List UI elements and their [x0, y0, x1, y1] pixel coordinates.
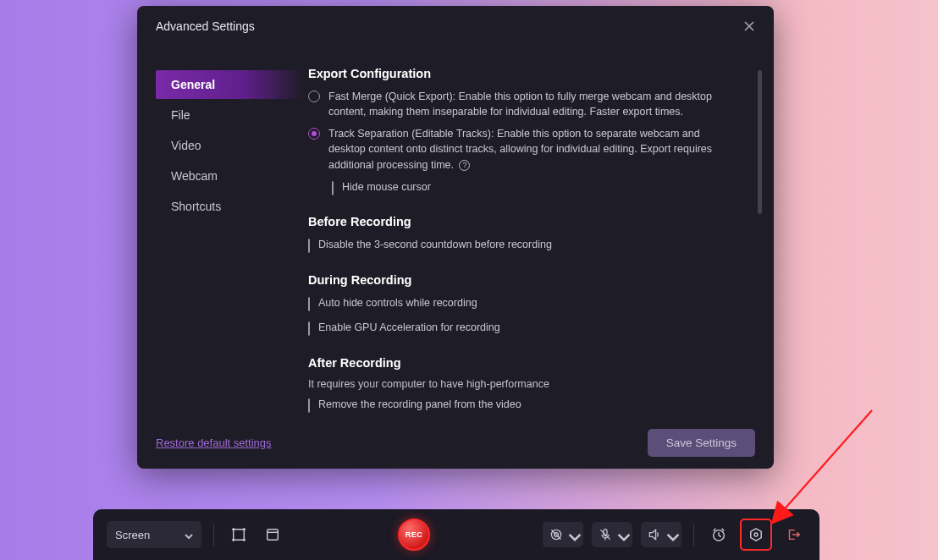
- sidebar-item-label: Shortcuts: [171, 200, 221, 213]
- screen-source-select[interactable]: Screen: [107, 521, 201, 548]
- crop-icon: [231, 527, 246, 542]
- checkbox-icon: [308, 398, 310, 413]
- modal-title: Advanced Settings: [156, 19, 255, 33]
- sidebar-item-file[interactable]: File: [137, 101, 303, 129]
- sidebar-item-label: File: [171, 108, 190, 122]
- checkbox-gpu-accel[interactable]: Enable GPU Acceleration for recording: [308, 320, 738, 338]
- sidebar-item-label: Webcam: [171, 169, 218, 183]
- settings-sidebar: General File Video Webcam Shortcuts: [137, 47, 303, 416]
- microphone-off-icon: [599, 528, 612, 541]
- checkbox-label: Disable the 3-second countdown before re…: [318, 237, 738, 252]
- checkbox-icon: [332, 181, 334, 195]
- svg-marker-6: [751, 529, 761, 541]
- divider: [213, 524, 214, 546]
- checkbox-disable-countdown[interactable]: Disable the 3-second countdown before re…: [308, 237, 738, 255]
- checkbox-label: Remove the recording panel from the vide…: [318, 397, 738, 412]
- chevron-down-icon: [568, 530, 577, 539]
- gear-icon: [748, 527, 764, 542]
- chevron-down-icon: [666, 530, 675, 539]
- chevron-down-icon: [185, 530, 193, 539]
- section-heading-after: After Recording: [308, 356, 738, 370]
- help-icon[interactable]: ?: [459, 160, 470, 171]
- webcam-off-icon: [549, 528, 563, 541]
- section-heading-before: Before Recording: [308, 215, 738, 228]
- checkbox-label: Enable GPU Acceleration for recording: [318, 320, 738, 335]
- window-select-button[interactable]: [260, 522, 285, 547]
- recorder-toolbar: Screen REC: [93, 509, 819, 560]
- radio-label: Track Separation (Editable Tracks): Enab…: [328, 126, 738, 172]
- radio-icon: [308, 128, 320, 140]
- chevron-down-icon: [617, 530, 626, 539]
- radio-icon: [308, 91, 320, 102]
- settings-button[interactable]: [743, 522, 769, 547]
- sidebar-item-video[interactable]: Video: [137, 131, 303, 160]
- exit-icon: [786, 527, 801, 542]
- save-settings-button[interactable]: Save Settings: [648, 429, 755, 457]
- checkbox-icon: [308, 297, 310, 311]
- checkbox-remove-panel[interactable]: Remove the recording panel from the vide…: [308, 397, 738, 415]
- checkbox-icon: [308, 321, 310, 336]
- advanced-settings-modal: Advanced Settings General File Video Web…: [137, 6, 774, 469]
- svg-point-7: [754, 533, 758, 536]
- sidebar-item-shortcuts[interactable]: Shortcuts: [137, 192, 303, 221]
- radio-track-separation[interactable]: Track Separation (Editable Tracks): Enab…: [308, 126, 738, 172]
- restore-defaults-link[interactable]: Restore default settings: [156, 436, 272, 449]
- svg-line-8: [775, 410, 872, 520]
- microphone-toggle[interactable]: [592, 522, 632, 547]
- settings-scroll[interactable]: Export Configuration Fast Merge (Quick E…: [308, 67, 753, 416]
- after-note: It requires your computer to have high-p…: [308, 378, 738, 390]
- screen-source-label: Screen: [115, 529, 150, 541]
- crop-region-button[interactable]: [226, 522, 251, 547]
- scrollbar[interactable]: [758, 70, 762, 214]
- settings-highlight: [740, 519, 772, 551]
- svg-rect-1: [268, 530, 279, 541]
- section-heading-during: During Recording: [308, 273, 738, 287]
- schedule-button[interactable]: [706, 522, 731, 547]
- modal-header: Advanced Settings: [137, 6, 774, 47]
- radio-fast-merge[interactable]: Fast Merge (Quick Export): Enable this o…: [308, 89, 738, 119]
- close-button[interactable]: [740, 17, 759, 36]
- sidebar-item-label: General: [171, 78, 215, 91]
- exit-button[interactable]: [781, 522, 806, 547]
- checkbox-hide-cursor[interactable]: Hide mouse cursor: [332, 179, 738, 197]
- settings-main: Export Configuration Fast Merge (Quick E…: [303, 47, 774, 416]
- close-icon: [743, 20, 755, 32]
- radio-label: Fast Merge (Quick Export): Enable this o…: [328, 89, 738, 119]
- checkbox-icon: [308, 239, 310, 253]
- clock-icon: [711, 527, 726, 542]
- system-audio-toggle[interactable]: [641, 522, 681, 547]
- rec-label: REC: [406, 530, 423, 539]
- checkbox-label: Auto hide controls while recording: [318, 295, 738, 310]
- speaker-icon: [648, 528, 661, 541]
- divider: [693, 524, 694, 546]
- section-heading-export: Export Configuration: [308, 67, 738, 80]
- webcam-toggle[interactable]: [543, 522, 583, 547]
- modal-footer: Restore default settings Save Settings: [137, 416, 774, 469]
- checkbox-auto-hide[interactable]: Auto hide controls while recording: [308, 295, 738, 313]
- checkbox-label: Hide mouse cursor: [342, 179, 738, 195]
- sidebar-item-label: Video: [171, 139, 201, 152]
- svg-rect-0: [234, 530, 245, 541]
- sidebar-item-webcam[interactable]: Webcam: [137, 162, 303, 190]
- window-icon: [265, 527, 280, 542]
- record-button[interactable]: REC: [398, 519, 430, 551]
- sidebar-item-general[interactable]: General: [156, 70, 303, 99]
